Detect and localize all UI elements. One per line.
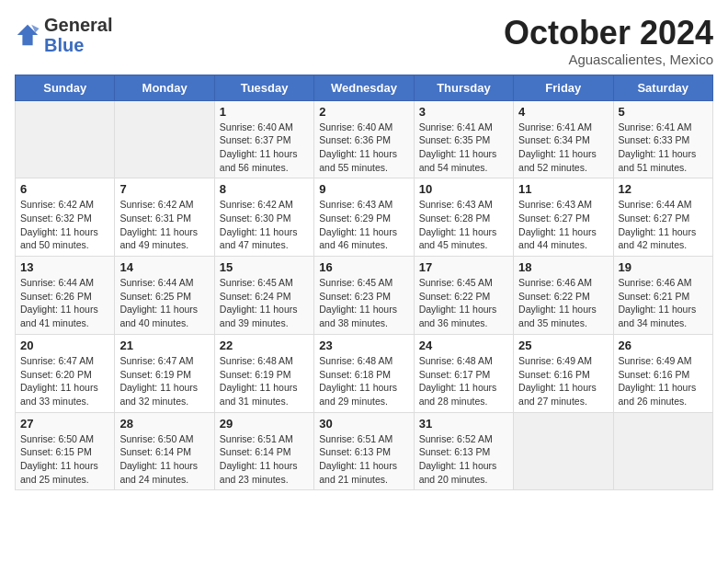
day-number: 22 [220,339,309,352]
calendar-cell: 29Sunrise: 6:51 AM Sunset: 6:14 PM Dayli… [214,412,313,490]
calendar-cell: 14Sunrise: 6:44 AM Sunset: 6:25 PM Dayli… [115,257,214,335]
logo: General Blue [15,15,112,55]
weekday-header-sunday: Sunday [16,75,115,100]
calendar-week-3: 13Sunrise: 6:44 AM Sunset: 6:26 PM Dayli… [16,257,713,335]
day-number: 6 [20,182,109,196]
day-info: Sunrise: 6:47 AM Sunset: 6:20 PM Dayligh… [20,354,109,408]
day-info: Sunrise: 6:43 AM Sunset: 6:28 PM Dayligh… [419,198,508,252]
day-number: 5 [619,105,708,119]
day-number: 30 [319,417,408,431]
calendar-cell: 7Sunrise: 6:42 AM Sunset: 6:31 PM Daylig… [115,178,214,257]
day-info: Sunrise: 6:49 AM Sunset: 6:16 PM Dayligh… [518,354,608,408]
calendar-cell: 16Sunrise: 6:45 AM Sunset: 6:23 PM Dayli… [314,257,414,335]
weekday-header-monday: Monday [115,75,214,100]
day-number: 2 [319,105,408,119]
day-number: 7 [119,182,209,196]
day-number: 23 [319,339,408,352]
calendar-cell: 13Sunrise: 6:44 AM Sunset: 6:26 PM Dayli… [16,257,115,335]
day-info: Sunrise: 6:47 AM Sunset: 6:19 PM Dayligh… [119,354,209,408]
calendar-cell: 5Sunrise: 6:41 AM Sunset: 6:33 PM Daylig… [613,100,712,178]
weekday-header-wednesday: Wednesday [314,75,414,100]
calendar-cell: 11Sunrise: 6:43 AM Sunset: 6:27 PM Dayli… [514,178,613,257]
day-info: Sunrise: 6:51 AM Sunset: 6:13 PM Dayligh… [319,432,408,487]
calendar-cell: 25Sunrise: 6:49 AM Sunset: 6:16 PM Dayli… [514,334,613,412]
calendar-cell [16,100,115,178]
title-area: October 2024 Aguascalientes, Mexico [504,15,713,67]
day-info: Sunrise: 6:50 AM Sunset: 6:14 PM Dayligh… [119,432,209,487]
calendar-table: SundayMondayTuesdayWednesdayThursdayFrid… [15,75,713,491]
logo-blue-text: Blue [44,35,84,55]
weekday-header-tuesday: Tuesday [214,75,313,100]
day-info: Sunrise: 6:52 AM Sunset: 6:13 PM Dayligh… [419,432,508,487]
calendar-cell: 4Sunrise: 6:41 AM Sunset: 6:34 PM Daylig… [514,100,613,178]
day-number: 20 [20,339,109,352]
location-subtitle: Aguascalientes, Mexico [504,52,713,67]
day-info: Sunrise: 6:46 AM Sunset: 6:22 PM Dayligh… [518,276,608,330]
calendar-cell: 10Sunrise: 6:43 AM Sunset: 6:28 PM Dayli… [414,178,513,257]
weekday-header-row: SundayMondayTuesdayWednesdayThursdayFrid… [16,75,713,100]
day-info: Sunrise: 6:46 AM Sunset: 6:21 PM Dayligh… [619,276,708,330]
calendar-cell [514,412,613,490]
day-info: Sunrise: 6:48 AM Sunset: 6:19 PM Dayligh… [220,354,309,408]
calendar-cell: 2Sunrise: 6:40 AM Sunset: 6:36 PM Daylig… [314,100,414,178]
day-number: 15 [220,260,309,274]
day-number: 31 [419,417,508,431]
day-number: 28 [119,417,209,431]
calendar-cell: 9Sunrise: 6:43 AM Sunset: 6:29 PM Daylig… [314,178,414,257]
logo-general-text: General [44,15,112,35]
calendar-cell: 17Sunrise: 6:45 AM Sunset: 6:22 PM Dayli… [414,257,513,335]
day-number: 26 [619,339,708,352]
day-info: Sunrise: 6:41 AM Sunset: 6:34 PM Dayligh… [518,121,608,175]
month-title: October 2024 [504,15,713,52]
calendar-cell [613,412,712,490]
calendar-cell: 6Sunrise: 6:42 AM Sunset: 6:32 PM Daylig… [16,178,115,257]
logo-icon [15,22,40,48]
day-info: Sunrise: 6:44 AM Sunset: 6:27 PM Dayligh… [619,198,708,252]
day-number: 27 [20,417,109,431]
day-number: 13 [20,260,109,274]
day-info: Sunrise: 6:48 AM Sunset: 6:17 PM Dayligh… [419,354,508,408]
day-info: Sunrise: 6:43 AM Sunset: 6:29 PM Dayligh… [319,198,408,252]
page-header: General Blue October 2024 Aguascalientes… [15,15,713,67]
day-number: 14 [119,260,209,274]
day-number: 24 [419,339,508,352]
calendar-week-2: 6Sunrise: 6:42 AM Sunset: 6:32 PM Daylig… [16,178,713,257]
day-info: Sunrise: 6:49 AM Sunset: 6:16 PM Dayligh… [619,354,708,408]
day-info: Sunrise: 6:43 AM Sunset: 6:27 PM Dayligh… [518,198,608,252]
day-info: Sunrise: 6:42 AM Sunset: 6:30 PM Dayligh… [220,198,309,252]
day-info: Sunrise: 6:45 AM Sunset: 6:23 PM Dayligh… [319,276,408,330]
day-info: Sunrise: 6:45 AM Sunset: 6:24 PM Dayligh… [220,276,309,330]
day-number: 8 [220,182,309,196]
day-number: 10 [419,182,508,196]
calendar-cell: 30Sunrise: 6:51 AM Sunset: 6:13 PM Dayli… [314,412,414,490]
day-number: 12 [619,182,708,196]
day-info: Sunrise: 6:51 AM Sunset: 6:14 PM Dayligh… [220,432,309,487]
day-info: Sunrise: 6:48 AM Sunset: 6:18 PM Dayligh… [319,354,408,408]
day-number: 18 [518,260,608,274]
calendar-week-5: 27Sunrise: 6:50 AM Sunset: 6:15 PM Dayli… [16,412,713,490]
day-info: Sunrise: 6:41 AM Sunset: 6:35 PM Dayligh… [419,121,508,175]
calendar-cell: 12Sunrise: 6:44 AM Sunset: 6:27 PM Dayli… [613,178,712,257]
day-number: 9 [319,182,408,196]
calendar-cell [115,100,214,178]
day-number: 16 [319,260,408,274]
day-number: 11 [518,182,608,196]
calendar-cell: 1Sunrise: 6:40 AM Sunset: 6:37 PM Daylig… [214,100,313,178]
calendar-cell: 19Sunrise: 6:46 AM Sunset: 6:21 PM Dayli… [613,257,712,335]
calendar-cell: 22Sunrise: 6:48 AM Sunset: 6:19 PM Dayli… [214,334,313,412]
day-info: Sunrise: 6:44 AM Sunset: 6:26 PM Dayligh… [20,276,109,330]
calendar-cell: 20Sunrise: 6:47 AM Sunset: 6:20 PM Dayli… [16,334,115,412]
calendar-cell: 21Sunrise: 6:47 AM Sunset: 6:19 PM Dayli… [115,334,214,412]
day-info: Sunrise: 6:50 AM Sunset: 6:15 PM Dayligh… [20,432,109,487]
day-number: 19 [619,260,708,274]
weekday-header-friday: Friday [514,75,613,100]
calendar-week-4: 20Sunrise: 6:47 AM Sunset: 6:20 PM Dayli… [16,334,713,412]
calendar-cell: 27Sunrise: 6:50 AM Sunset: 6:15 PM Dayli… [16,412,115,490]
calendar-week-1: 1Sunrise: 6:40 AM Sunset: 6:37 PM Daylig… [16,100,713,178]
day-number: 3 [419,105,508,119]
day-number: 25 [518,339,608,352]
day-info: Sunrise: 6:44 AM Sunset: 6:25 PM Dayligh… [119,276,209,330]
day-info: Sunrise: 6:40 AM Sunset: 6:37 PM Dayligh… [220,121,309,175]
day-info: Sunrise: 6:45 AM Sunset: 6:22 PM Dayligh… [419,276,508,330]
day-number: 17 [419,260,508,274]
